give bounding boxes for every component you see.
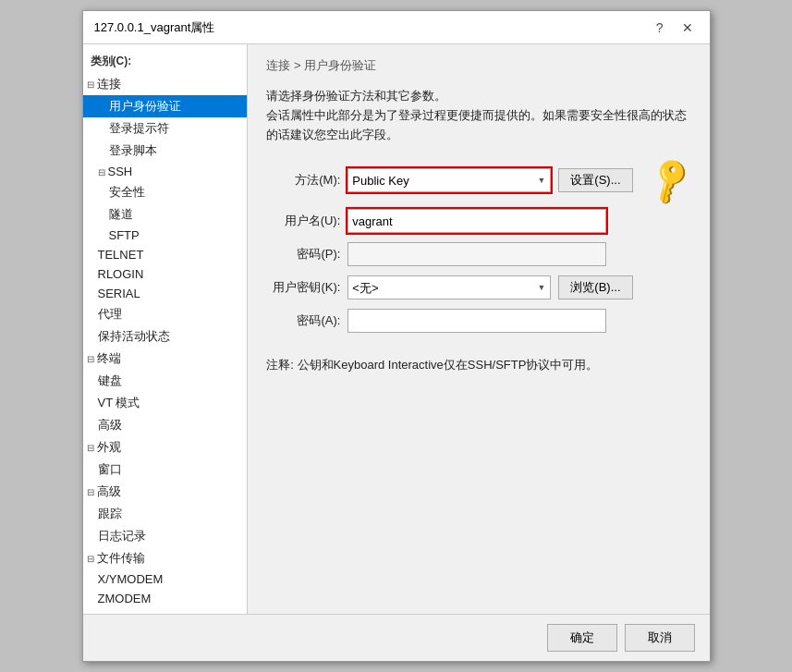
sidebar-item-gaoji[interactable]: ⊟高级 [83,481,248,503]
breadcrumb: 连接 > 用户身份验证 [266,57,690,74]
sidebar-item-ssh[interactable]: ⊟SSH [83,162,248,181]
dialog-body: 类别(C): ⊟连接 用户身份验证 登录提示符 登录脚本 ⊟SSH 安全性 隧道… [83,44,710,614]
note-text: 注释: 公钥和Keyboard Interactive仅在SSH/SFTP协议中… [266,357,690,373]
password-row: 密码(P): [266,242,690,266]
dialog-footer: 确定 取消 [83,614,710,661]
sidebar-item-jianpan[interactable]: 键盘 [83,370,248,392]
sidebar-item-waiguan[interactable]: ⊟外观 [83,436,248,458]
sidebar: 类别(C): ⊟连接 用户身份验证 登录提示符 登录脚本 ⊟SSH 安全性 隧道… [83,44,249,614]
sidebar-item-sftp[interactable]: SFTP [83,226,248,245]
key-icon: 🔑 [642,153,698,208]
username-label: 用户名(U): [266,213,340,229]
sidebar-item-zmodem[interactable]: ZMODEM [83,589,248,608]
sidebar-item-chuangkou[interactable]: 窗口 [83,458,248,481]
ok-button[interactable]: 确定 [547,624,617,652]
description-line1: 请选择身份验证方法和其它参数。 [266,87,690,106]
sidebar-item-suidao[interactable]: 隧道 [83,203,248,226]
username-control-group [347,209,690,233]
sidebar-item-wenjian[interactable]: ⊟文件传输 [83,547,248,569]
description: 请选择身份验证方法和其它参数。 会话属性中此部分是为了登录过程更便捷而提供的。如… [266,87,690,144]
sidebar-item-baochi[interactable]: 保持活动状态 [83,325,248,348]
sidebar-item-vt-moshi[interactable]: VT 模式 [83,392,248,414]
password-input[interactable] [347,242,606,266]
passphrase-control-group [347,309,690,333]
settings-button[interactable]: 设置(S)... [558,168,632,192]
sidebar-item-denglu-jiaoben[interactable]: 登录脚本 [83,140,248,162]
help-button[interactable]: ? [651,18,669,37]
title-bar-buttons: ? ✕ [651,18,699,37]
method-row: 方法(M): Password Public Key Keyboard Inte… [266,161,690,200]
description-line2: 会话属性中此部分是为了登录过程更便捷而提供的。如果需要安全性很高的状态的话建议您… [266,106,690,145]
method-control-group: Password Public Key Keyboard Interactive… [347,168,632,192]
browse-button[interactable]: 浏览(B)... [558,275,632,299]
userkey-row: 用户密钥(K): <无> 浏览(B)... [266,275,690,299]
userkey-select-wrapper[interactable]: <无> [347,275,551,299]
main-content: 连接 > 用户身份验证 请选择身份验证方法和其它参数。 会话属性中此部分是为了登… [248,44,709,614]
method-label: 方法(M): [266,172,340,189]
sidebar-item-yonghu-shenfen[interactable]: 用户身份验证 [83,95,248,117]
form-section: 方法(M): Password Public Key Keyboard Inte… [266,161,690,333]
cancel-button[interactable]: 取消 [625,624,695,652]
sidebar-item-denglu-tishi[interactable]: 登录提示符 [83,117,248,140]
passphrase-input[interactable] [347,309,606,333]
sidebar-item-rizhi[interactable]: 日志记录 [83,525,248,547]
sidebar-item-rlogin[interactable]: RLOGIN [83,264,248,284]
passphrase-row: 密码(A): [266,309,690,333]
sidebar-item-anquan[interactable]: 安全性 [83,181,248,203]
username-input[interactable] [347,209,606,233]
dialog-window: 127.0.0.1_vagrant属性 ? ✕ 类别(C): ⊟连接 用户身份验… [82,10,711,662]
sidebar-item-zhongduan[interactable]: ⊟终端 [83,348,248,370]
userkey-control-group: <无> 浏览(B)... [347,275,690,299]
sidebar-item-xymodem[interactable]: X/YMODEM [83,569,248,589]
sidebar-item-serial[interactable]: SERIAL [83,284,248,303]
username-row: 用户名(U): [266,209,690,233]
sidebar-item-daili[interactable]: 代理 [83,303,248,325]
sidebar-item-gaoji-zhongduan[interactable]: 高级 [83,414,248,436]
sidebar-item-lian-jie[interactable]: ⊟连接 [83,73,248,95]
password-control-group [347,242,690,266]
password-label: 密码(P): [266,246,340,263]
title-bar: 127.0.0.1_vagrant属性 ? ✕ [83,11,710,44]
sidebar-label: 类别(C): [83,50,248,73]
sidebar-item-telnet[interactable]: TELNET [83,245,248,264]
sidebar-item-genzong[interactable]: 跟踪 [83,503,248,525]
window-title: 127.0.0.1_vagrant属性 [94,19,215,36]
userkey-label: 用户密钥(K): [266,279,340,296]
userkey-select[interactable]: <无> [347,275,551,299]
method-select-wrapper[interactable]: Password Public Key Keyboard Interactive… [347,168,551,192]
key-icon-area: 🔑 [650,161,691,200]
method-select[interactable]: Password Public Key Keyboard Interactive… [347,168,551,192]
close-button[interactable]: ✕ [676,18,699,37]
passphrase-label: 密码(A): [266,312,340,329]
